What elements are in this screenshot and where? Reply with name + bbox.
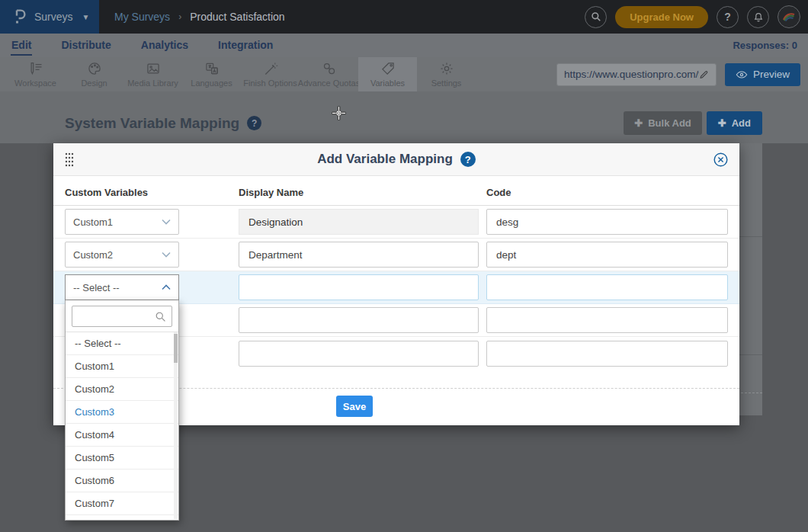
dropdown-scrollbar[interactable]	[174, 332, 178, 519]
questionpro-logo-icon	[12, 8, 27, 26]
tab-analytics[interactable]: Analytics	[140, 35, 189, 56]
mapping-table-header: Custom Variables Display Name Code	[53, 176, 739, 206]
display-name-field-1[interactable]: Designation	[239, 209, 479, 235]
search-button[interactable]	[585, 6, 607, 28]
save-button[interactable]: Save	[336, 396, 373, 417]
page-header: System Variable Mapping ? ✚ Bulk Add ✚ A…	[65, 111, 762, 135]
bulk-add-button[interactable]: ✚ Bulk Add	[624, 111, 701, 135]
modal-help-icon[interactable]: ?	[460, 152, 476, 167]
edit-url-pencil-icon[interactable]	[699, 69, 709, 80]
workspace-icon	[28, 61, 43, 76]
search-icon	[155, 311, 166, 322]
upgrade-now-button[interactable]: Upgrade Now	[615, 6, 708, 28]
dropdown-option-custom1[interactable]: Custom1	[66, 355, 178, 378]
dropdown-option-custom6[interactable]: Custom6	[66, 470, 178, 492]
search-icon	[591, 11, 601, 22]
surveys-menu[interactable]: Surveys ▼	[0, 0, 99, 34]
display-name-input-2[interactable]	[239, 242, 479, 268]
question-mark-icon: ?	[724, 11, 731, 23]
dropdown-panel: -- Select -- Custom1 Custom2 Custom3 Cus…	[65, 300, 179, 521]
page-buttons: ✚ Bulk Add ✚ Add	[624, 111, 762, 135]
edit-toolbar: Workspace Design Media Library	[0, 57, 808, 91]
mapping-row-2: Custom2	[53, 239, 739, 271]
toolbar-item-design[interactable]: Design	[65, 57, 123, 91]
tab-integration[interactable]: Integration	[217, 35, 274, 56]
toolbar-item-media-library[interactable]: Media Library	[123, 57, 182, 91]
languages-icon	[204, 61, 220, 76]
toolbar-item-workspace[interactable]: Workspace	[6, 57, 65, 91]
chevron-down-icon	[162, 252, 171, 258]
avatar-logo-icon	[783, 12, 795, 21]
display-name-input-5[interactable]	[239, 341, 479, 367]
finish-options-icon	[263, 61, 278, 76]
advance-quotas-icon	[322, 61, 337, 76]
toolbar-item-settings[interactable]: Settings	[417, 57, 476, 91]
column-custom-variables: Custom Variables	[65, 187, 239, 198]
help-button[interactable]: ?	[717, 6, 739, 28]
toolbar-right: https://www.questionpro.com/t/A Preview	[556, 57, 808, 91]
media-library-icon	[146, 61, 161, 76]
modal-header: Add Variable Mapping ?	[53, 143, 739, 176]
toolbar-item-languages[interactable]: Languages	[182, 57, 241, 91]
toolbar-item-finish-options[interactable]: Finish Options	[241, 57, 300, 91]
code-input-1[interactable]	[486, 209, 728, 235]
mouse-cursor-icon	[332, 106, 346, 120]
code-input-5[interactable]	[486, 341, 728, 367]
variable-select-1[interactable]: Custom1	[65, 209, 179, 235]
mapping-row-1: Custom1 Designation	[53, 206, 739, 239]
drag-handle-icon[interactable]	[65, 152, 74, 167]
variable-select-2[interactable]: Custom2	[65, 242, 179, 268]
modal-title: Add Variable Mapping	[317, 152, 453, 167]
design-icon	[87, 61, 102, 76]
dropdown-option-select[interactable]: -- Select --	[66, 332, 178, 355]
survey-url-text: https://www.questionpro.com/t/A	[564, 69, 699, 80]
page-title: System Variable Mapping	[65, 115, 239, 132]
dropdown-option-custom7[interactable]: Custom7	[66, 492, 178, 515]
settings-icon	[439, 61, 454, 76]
display-name-input-4[interactable]	[239, 307, 479, 333]
breadcrumb-separator-icon: ›	[178, 11, 181, 22]
dropdown-option-custom4[interactable]: Custom4	[66, 424, 178, 447]
toolbar-item-variables[interactable]: Variables	[358, 57, 417, 91]
survey-nav-tabs: Edit Distribute Analytics Integration Re…	[0, 34, 808, 57]
add-button[interactable]: ✚ Add	[707, 111, 762, 135]
user-avatar[interactable]	[778, 5, 800, 28]
variables-icon	[380, 61, 396, 76]
survey-url-field[interactable]: https://www.questionpro.com/t/A	[556, 63, 717, 86]
chevron-up-icon	[162, 284, 171, 290]
add-variable-mapping-modal: Add Variable Mapping ? Custom Variables …	[53, 143, 739, 425]
top-bar-actions: Upgrade Now ?	[585, 5, 808, 28]
variable-dropdown-open: -- Select -- -- Select -- Custom1 Custom…	[65, 274, 179, 521]
bell-icon	[753, 11, 764, 23]
chevron-down-icon	[162, 219, 171, 225]
dropdown-option-custom2[interactable]: Custom2	[66, 378, 178, 401]
app-screen: Surveys ▼ My Surveys › Product Satisfact…	[0, 0, 808, 532]
code-input-4[interactable]	[486, 307, 728, 333]
column-code: Code	[486, 187, 728, 198]
code-input-2[interactable]	[486, 242, 728, 268]
eye-icon	[736, 70, 748, 79]
breadcrumb-current-survey: Product Satisfaction	[190, 11, 285, 23]
plus-icon: ✚	[634, 117, 643, 129]
dropdown-options-list: -- Select -- Custom1 Custom2 Custom3 Cus…	[66, 332, 178, 520]
tab-distribute[interactable]: Distribute	[60, 35, 111, 56]
page-help-icon[interactable]: ?	[247, 116, 261, 130]
breadcrumb-my-surveys[interactable]: My Surveys	[114, 11, 170, 23]
toolbar-item-advance-quotas[interactable]: Advance Quotas	[300, 57, 358, 91]
tab-edit[interactable]: Edit	[11, 35, 32, 56]
variable-select-3[interactable]: -- Select --	[65, 274, 179, 300]
notifications-button[interactable]	[747, 6, 769, 28]
plus-icon: ✚	[718, 117, 726, 129]
display-name-input-3[interactable]	[239, 274, 479, 300]
product-label: Surveys	[34, 11, 73, 23]
code-input-3[interactable]	[486, 274, 728, 300]
top-bar: Surveys ▼ My Surveys › Product Satisfact…	[0, 0, 808, 34]
dropdown-option-custom3[interactable]: Custom3	[66, 401, 178, 424]
preview-button[interactable]: Preview	[725, 63, 800, 86]
column-display-name: Display Name	[239, 187, 486, 198]
chevron-down-icon: ▼	[82, 13, 90, 21]
dropdown-option-custom5[interactable]: Custom5	[66, 447, 178, 470]
modal-close-button[interactable]	[713, 152, 729, 168]
close-icon	[713, 152, 729, 168]
dropdown-scroll-thumb[interactable]	[174, 334, 178, 363]
